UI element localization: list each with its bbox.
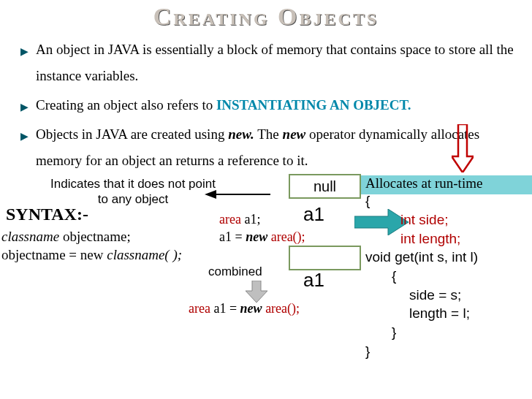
declaration: int side;	[400, 212, 448, 227]
a1-box	[289, 246, 361, 270]
bullet-text: An object in JAVA is essentially a block…	[36, 37, 519, 89]
code-line: a1 = new area();	[219, 229, 305, 246]
syntax-line: objectname = new classname( );	[1, 246, 182, 265]
bullet-arrow-icon: ▶	[20, 42, 28, 62]
bullet-text: Creating an object also refers to INSTAN…	[36, 92, 411, 118]
diagram-area: Indicates that it does not point to any …	[0, 177, 532, 396]
bullet-item: ▶ Objects in JAVA are created using new.…	[20, 121, 519, 174]
allocates-text: Allocates at run-time	[365, 175, 482, 191]
code-block-2: area a1 = new area();	[189, 301, 300, 316]
bullet-item: ▶ An object in JAVA is essentially a blo…	[20, 37, 519, 89]
class-code-block: { int side; int length; void get(int s, …	[365, 191, 478, 360]
type-token: area();	[267, 229, 305, 244]
svg-marker-1	[205, 190, 216, 199]
text-segment: objectname;	[59, 229, 131, 244]
code-line: {	[365, 267, 478, 286]
text-segment: a1 =	[210, 301, 240, 316]
combined-label: combined	[208, 265, 262, 279]
slide-title: Creating Objects	[0, 3, 532, 31]
keyword-new: new	[246, 229, 267, 244]
bullet-arrow-icon: ▶	[20, 127, 28, 147]
text-segment: a1;	[241, 212, 261, 227]
code-line: int side;	[365, 210, 478, 229]
code-line: {	[365, 191, 478, 210]
code-line: }	[365, 342, 478, 361]
bullet-text: Objects in JAVA are created using new. T…	[36, 121, 519, 174]
syntax-line: classname objectname;	[1, 228, 182, 246]
keyword-new: new	[283, 126, 306, 142]
code-line: length = l;	[365, 304, 478, 323]
syntax-body: classname objectname; objectname = new c…	[1, 228, 182, 264]
keyword-new: new.	[228, 126, 254, 142]
text-segment: Creating an object also refers to	[36, 97, 216, 113]
type-token: area();	[262, 301, 300, 316]
keyword-new: new	[240, 301, 262, 316]
indicates-caption: Indicates that it does not point to any …	[38, 177, 228, 207]
arrow-left-icon	[205, 189, 270, 200]
classname-token: classname	[1, 229, 59, 244]
code-block-1: area a1; a1 = new area();	[219, 211, 305, 246]
null-box: null	[289, 174, 361, 199]
text-segment: objectname = new	[1, 247, 107, 262]
code-line: side = s;	[365, 286, 478, 305]
text-segment: a1 =	[219, 229, 246, 244]
a1-label: a1	[303, 269, 324, 292]
bullet-item: ▶ Creating an object also refers to INST…	[20, 92, 519, 118]
type-token: area	[219, 212, 241, 227]
declaration: int length;	[400, 231, 460, 246]
classname-token: classname( );	[107, 247, 182, 262]
code-line: }	[365, 323, 478, 342]
type-token: area	[189, 301, 210, 316]
code-line: void get(int s, int l)	[365, 248, 478, 267]
text-segment: Objects in JAVA are created using	[36, 126, 228, 142]
code-line: area a1;	[219, 211, 305, 228]
caption-line: Indicates that it does not point	[38, 177, 228, 191]
code-line: int length;	[365, 229, 478, 248]
bullet-arrow-icon: ▶	[20, 98, 28, 118]
a1-label: a1	[303, 203, 324, 226]
syntax-header: SYNTAX:-	[6, 205, 88, 224]
text-segment: The	[254, 126, 283, 142]
gray-down-arrow-icon	[246, 281, 267, 303]
highlighted-text: INSTANTIATING AN OBJECT.	[216, 97, 411, 113]
red-down-arrow-icon	[452, 124, 474, 172]
